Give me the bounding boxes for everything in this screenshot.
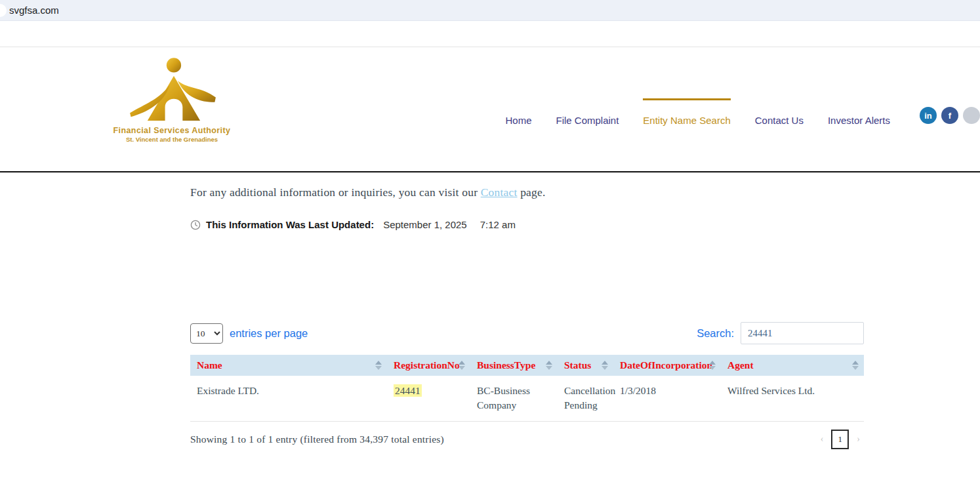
logo-subtitle: St. Vincent and the Grenadines: [113, 136, 231, 143]
column-header-registrationno[interactable]: RegistrationNo: [387, 355, 470, 376]
table-header-row: Name RegistrationNo BusinessType Status …: [190, 355, 864, 376]
results-summary: Showing 1 to 1 of 1 entry (filtered from…: [190, 433, 444, 445]
last-updated-time: 7:12 am: [480, 219, 516, 230]
logo-title: Financial Services Authority: [113, 126, 231, 135]
intro-suffix: page.: [518, 186, 546, 199]
cell-date-of-incorporation: 1/3/2018: [613, 376, 721, 421]
pagination: ‹ 1 ›: [821, 430, 860, 449]
fsa-logo[interactable]: Financial Services Authority St. Vincent…: [113, 56, 231, 143]
intro-prefix: For any additional information or inquir…: [190, 186, 481, 199]
cell-status: Cancellation Pending: [558, 376, 613, 421]
nav-item-investor-alerts[interactable]: Investor Alerts: [828, 98, 890, 132]
entries-per-page-control: 10 entries per page: [190, 323, 308, 344]
search-input[interactable]: [741, 322, 864, 344]
cell-agent: Wilfred Services Ltd.: [721, 376, 864, 421]
pagination-page-1[interactable]: 1: [831, 430, 849, 449]
entries-per-page-label: entries per page: [230, 327, 308, 340]
nav-item-home[interactable]: Home: [505, 98, 531, 132]
social-icon-cutoff[interactable]: [963, 107, 980, 124]
column-header-name[interactable]: Name: [190, 355, 387, 376]
clock-icon: [190, 220, 201, 230]
nav-item-file-complaint[interactable]: File Complaint: [556, 98, 619, 132]
nav-item-contact-us[interactable]: Contact Us: [755, 98, 804, 132]
entity-results-table: Name RegistrationNo BusinessType Status …: [190, 355, 864, 422]
sort-icon[interactable]: [709, 361, 716, 370]
browser-tab-edge: [0, 4, 7, 17]
sort-icon[interactable]: [546, 361, 552, 370]
page-size-select[interactable]: 10: [190, 323, 223, 344]
pagination-prev-icon[interactable]: ‹: [821, 434, 824, 445]
cell-business-type: BC-Business Company: [470, 376, 558, 421]
nav-item-entity-name-search[interactable]: Entity Name Search: [643, 98, 730, 132]
column-header-businesstype[interactable]: BusinessType: [470, 355, 558, 376]
column-header-dateofincorporation[interactable]: DateOfIncorporation: [613, 355, 721, 376]
contact-link[interactable]: Contact: [481, 186, 518, 199]
column-header-status[interactable]: Status: [558, 355, 613, 376]
main-navigation: Home File Complaint Entity Name Search C…: [505, 98, 980, 132]
sort-icon[interactable]: [852, 361, 859, 370]
search-label: Search:: [697, 327, 734, 340]
main-content: For any additional information or inquir…: [190, 186, 864, 449]
header-divider: [0, 171, 980, 172]
table-row: Existrade LTD. 24441 BC-Business Company…: [190, 376, 864, 421]
top-white-strip: [0, 21, 980, 47]
fsa-logo-icon: [123, 56, 221, 129]
social-links: in f: [920, 107, 980, 124]
site-header: Financial Services Authority St. Vincent…: [0, 47, 980, 171]
last-updated-label: This Information Was Last Updated:: [206, 219, 374, 230]
last-updated-row: This Information Was Last Updated: Septe…: [190, 219, 864, 230]
browser-address-bar[interactable]: svgfsa.com: [0, 0, 980, 21]
sort-icon[interactable]: [375, 361, 382, 370]
column-header-agent[interactable]: Agent: [721, 355, 864, 376]
linkedin-icon[interactable]: in: [920, 107, 937, 124]
intro-paragraph: For any additional information or inquir…: [190, 186, 864, 199]
cell-registration-no: 24441: [387, 376, 470, 421]
search-control: Search:: [697, 322, 864, 344]
table-controls: 10 entries per page Search:: [190, 322, 864, 344]
url-text[interactable]: svgfsa.com: [9, 5, 59, 16]
search-highlight: 24441: [394, 384, 422, 397]
sort-icon[interactable]: [602, 361, 608, 370]
table-footer: Showing 1 to 1 of 1 entry (filtered from…: [190, 430, 864, 449]
cell-name: Existrade LTD.: [190, 376, 387, 421]
sort-icon[interactable]: [459, 361, 465, 370]
last-updated-date: September 1, 2025: [383, 219, 467, 230]
facebook-icon[interactable]: f: [941, 107, 958, 124]
pagination-next-icon[interactable]: ›: [857, 434, 860, 445]
